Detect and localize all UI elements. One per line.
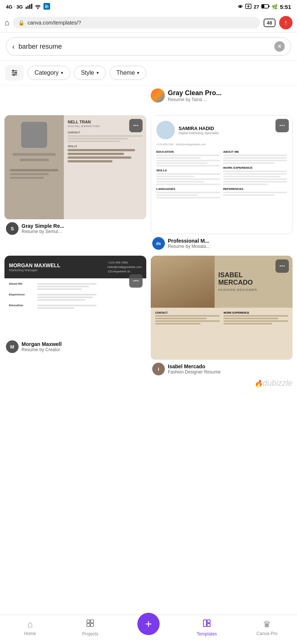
samira-two-col: EDUCATION SKILLS LANGUAGES [156, 148, 287, 200]
resume-visual-isabel: ISABELMERCADO FASHION DESIGNER CONTACT [151, 256, 293, 360]
resume-visual-nell: NELL TRAN DIGITAL MARKETING CONTACT SKIL… [4, 115, 146, 219]
morgan-header: MORGAN MAXWELL Marketing Manager +123-45… [4, 256, 146, 278]
template-meta-samira: Professional M... Resume by Mosala... [168, 238, 291, 249]
category-filter-button[interactable]: Category ▾ [27, 66, 70, 80]
back-arrow-icon[interactable]: ‹ [12, 42, 15, 51]
update-button[interactable]: ↑ [279, 16, 293, 29]
home-icon[interactable]: ⌂ [4, 18, 9, 27]
clear-button[interactable]: × [274, 41, 285, 52]
template-meta-morgan: Morgan Maxwell Resume by Creator [22, 341, 145, 352]
resume-visual-samira: SAMIRA HADID Digital Marketing Specialis… [151, 115, 293, 234]
template-author-nell: Resume by Semul... [22, 229, 145, 234]
template-name-isabel: Isabel Mercado [168, 363, 291, 369]
filter-options-button[interactable] [5, 65, 24, 81]
more-options-button-nell[interactable]: ··· [129, 119, 143, 132]
svg-rect-19 [203, 620, 206, 627]
template-thumb-nell: NELL TRAN DIGITAL MARKETING CONTACT SKIL… [4, 115, 146, 219]
signal-bars [26, 4, 32, 10]
template-name-morgan: Morgan Maxwell [22, 341, 145, 347]
template-thumb-isabel: ISABELMERCADO FASHION DESIGNER CONTACT [151, 256, 293, 360]
leaf-icon: 🌿 [272, 4, 278, 10]
svg-rect-7 [262, 5, 264, 8]
svg-point-12 [13, 70, 14, 72]
resume-nell-left [4, 115, 64, 219]
projects-nav-label: Projects [82, 631, 98, 637]
svg-rect-2 [29, 4, 30, 9]
nav-projects[interactable]: Projects [77, 619, 103, 637]
resume-avatar [21, 122, 47, 148]
signal-3g: 3G [16, 4, 23, 10]
filter-bar: Category ▾ Style ▾ Theme ▾ [0, 61, 297, 85]
nav-templates[interactable]: Templates [194, 619, 220, 637]
clock: 5:51 [280, 4, 291, 10]
svg-rect-1 [27, 6, 29, 9]
svg-rect-18 [91, 624, 94, 627]
creator-avatar-samira: ds [152, 237, 165, 250]
samira-header: SAMIRA HADID Digital Marketing Specialis… [156, 121, 287, 139]
status-bar: 4G · 3G 👁 27 🌿 5:51 [0, 0, 297, 13]
category-label: Category [35, 69, 59, 76]
watermark: 🔥dubizzle [0, 377, 297, 425]
svg-rect-4 [43, 3, 50, 10]
resume-visual-morgan: MORGAN MAXWELL Marketing Manager +123-45… [4, 256, 146, 337]
creator-avatar-morgan: M [6, 340, 19, 353]
template-author-isabel: Fashion Designer Resume [168, 369, 291, 375]
theme-filter-button[interactable]: Theme ▾ [110, 66, 147, 80]
search-query[interactable]: barber resume [19, 43, 271, 51]
signal-dot: · [14, 5, 15, 9]
template-thumb-morgan: MORGAN MAXWELL Marketing Manager +123-45… [4, 256, 146, 337]
theme-label: Theme [117, 69, 135, 76]
more-options-button-samira[interactable]: ··· [275, 119, 289, 132]
nfc-icon [245, 3, 252, 11]
template-info-nell: S Gray Simple Re... Resume by Semul... [4, 219, 146, 236]
browser-bar: ⌂ 🔒 canva.com/templates/? 48 ↑ [0, 13, 297, 33]
more-options-button-morgan[interactable]: ··· [129, 274, 143, 288]
creator-avatar-isabel: I [152, 363, 165, 375]
battery-level: 27 [254, 4, 259, 10]
resume-line [13, 153, 56, 156]
signal-4g: 4G [6, 4, 12, 10]
svg-rect-8 [268, 6, 270, 7]
svg-rect-16 [91, 620, 94, 623]
status-left: 4G · 3G [6, 3, 50, 11]
template-name-nell: Gray Simple Re... [22, 223, 145, 229]
flame-icon: 🔥 [254, 380, 262, 387]
more-options-button-isabel[interactable]: ··· [275, 259, 289, 273]
partial-card-right[interactable]: Gray Clean Pro... Resume by Tainá ... [151, 85, 293, 106]
template-info-morgan: M Morgan Maxwell Resume by Creator [4, 337, 146, 355]
partial-template-name: Gray Clean Pro... [168, 89, 222, 97]
lock-icon: 🔒 [18, 20, 25, 26]
url-text: canva.com/templates/? [27, 20, 254, 26]
home-nav-icon: ⌂ [27, 619, 33, 630]
style-label: Style [81, 69, 94, 76]
svg-rect-15 [87, 620, 90, 623]
templates-nav-icon [202, 619, 211, 630]
nav-canva-pro[interactable]: ♛ Canva Pro [254, 619, 280, 636]
home-nav-label: Home [24, 631, 36, 636]
wifi-icon [35, 4, 41, 10]
partial-top-row: Gray Clean Pro... Resume by Tainá ... [0, 85, 297, 111]
canva-pro-nav-icon: ♛ [263, 619, 271, 630]
svg-rect-17 [87, 624, 90, 627]
partial-template-author: Resume by Tainá ... [168, 97, 222, 102]
add-button[interactable]: + [137, 613, 160, 635]
style-chevron-icon: ▾ [97, 70, 99, 75]
nav-home[interactable]: ⌂ Home [17, 619, 43, 636]
svg-rect-0 [26, 7, 27, 9]
template-meta-isabel: Isabel Mercado Fashion Designer Resume [168, 363, 291, 375]
bottom-nav: ⌂ Home Projects + Templates ♛ Canva Pro [0, 615, 297, 644]
url-bar[interactable]: 🔒 canva.com/templates/? [13, 17, 260, 29]
partial-avatar [151, 88, 165, 103]
tab-count[interactable]: 48 [264, 19, 275, 27]
battery-icon [261, 4, 270, 10]
canva-pro-nav-label: Canva Pro [257, 631, 278, 636]
template-meta-nell: Gray Simple Re... Resume by Semul... [22, 223, 145, 234]
templates-nav-label: Templates [197, 631, 217, 637]
template-card-nell[interactable]: NELL TRAN DIGITAL MARKETING CONTACT SKIL… [4, 115, 146, 251]
svg-rect-3 [31, 4, 32, 9]
template-card-samira[interactable]: SAMIRA HADID Digital Marketing Specialis… [151, 115, 293, 251]
style-filter-button[interactable]: Style ▾ [74, 66, 106, 80]
template-info-isabel: I Isabel Mercado Fashion Designer Resume [151, 360, 293, 377]
template-card-isabel[interactable]: ISABELMERCADO FASHION DESIGNER CONTACT [151, 256, 293, 377]
template-card-morgan[interactable]: MORGAN MAXWELL Marketing Manager +123-45… [4, 256, 146, 377]
